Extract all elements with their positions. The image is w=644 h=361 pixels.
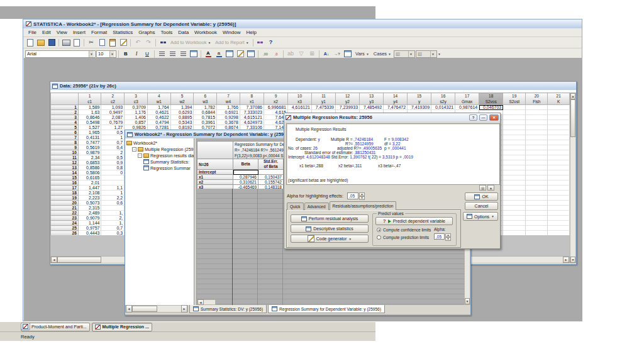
data-cell[interactable] [503, 196, 526, 201]
data-cell[interactable] [526, 201, 548, 206]
bold-button[interactable]: B [121, 50, 131, 58]
scroll-down-icon[interactable]: ▼ [570, 257, 575, 263]
column-header-Fish[interactable]: 20Fish [526, 93, 548, 105]
font-size-combo[interactable]: 10▼ [96, 50, 116, 58]
vars-button[interactable]: Vars▼ [353, 51, 371, 57]
print-button[interactable] [61, 38, 71, 47]
data-cell[interactable]: 6,996681 [264, 105, 287, 110]
data-cell[interactable] [548, 226, 570, 231]
data-cell[interactable]: 2,34 [78, 155, 101, 160]
add-to-workbook-button[interactable]: Add to Workbook▼ [169, 40, 213, 45]
cancel-button[interactable]: Cancel [465, 202, 498, 210]
data-cell[interactable]: 1,1 [101, 186, 125, 191]
column-header-w4[interactable]: 7w4 [217, 93, 240, 105]
alpha-highlight-spinner[interactable]: ▲▼ [359, 192, 365, 199]
data-cell[interactable] [526, 170, 548, 175]
menu-format[interactable]: Format [89, 30, 109, 35]
data-cell[interactable] [526, 110, 548, 115]
predictor-label[interactable]: Intercept [197, 170, 233, 175]
disabled-combo-2[interactable]: ▧▼ [416, 50, 437, 58]
data-cell[interactable]: 7,37086 [240, 105, 264, 110]
format-painter-button[interactable] [118, 38, 128, 47]
beta-header[interactable]: Beta [233, 159, 258, 170]
data-cell[interactable]: 0,6293 [170, 110, 194, 115]
stderr-header[interactable]: Std.Err.of Beta [258, 159, 284, 170]
vscroll-thumb[interactable] [570, 99, 575, 137]
data-cell[interactable] [503, 206, 526, 211]
copy-button[interactable] [97, 38, 107, 47]
data-cell[interactable] [526, 145, 548, 150]
row-header[interactable]: 4 [51, 120, 79, 125]
data-cell[interactable]: 1,27 [101, 125, 125, 130]
data-cell[interactable]: 0,6165 [78, 175, 101, 181]
scroll-left-icon[interactable]: ◄ [126, 305, 132, 313]
data-cell[interactable]: 1,447 [78, 186, 101, 191]
paste-button[interactable] [108, 38, 118, 47]
column-header-c2[interactable]: 2c2 [101, 93, 125, 105]
data-cell[interactable]: 0,5 [101, 130, 125, 135]
row-header[interactable]: 6 [51, 130, 79, 135]
row-header[interactable]: 8 [51, 140, 79, 145]
data-cell[interactable] [503, 135, 526, 140]
data-cell[interactable]: 0,5343 [170, 120, 194, 125]
cases-button[interactable]: Cases▼ [372, 51, 393, 57]
data-cell[interactable] [503, 221, 526, 226]
column-header-w2[interactable]: 5w2 [170, 93, 194, 105]
data-cell[interactable] [526, 140, 548, 145]
data-cell[interactable]: 0,3709 [125, 105, 148, 110]
minimize-button[interactable]: — [479, 114, 487, 121]
align-left-button[interactable] [157, 50, 167, 58]
hscroll-thumb[interactable] [132, 306, 157, 312]
column-header-c3[interactable]: 3c3 [125, 93, 148, 105]
menu-workbook[interactable]: Workbook [192, 30, 219, 35]
data-cell[interactable] [526, 181, 548, 186]
row-header[interactable]: 12 [51, 160, 79, 165]
column-header-y3[interactable]: 13y3 [360, 93, 384, 105]
increase-decimal-button[interactable]: ,00 [260, 50, 270, 58]
row-header[interactable]: 7 [51, 135, 79, 140]
data-cell[interactable] [503, 231, 526, 236]
data-cell[interactable]: 7,485492 [360, 105, 384, 110]
data-cell[interactable] [503, 201, 526, 206]
data-cell[interactable] [548, 196, 570, 201]
spell-check-button[interactable]: ab [286, 50, 296, 58]
data-cell[interactable] [548, 140, 570, 145]
help-button[interactable]: ? [469, 114, 477, 121]
data-cell[interactable]: 7,476472 [384, 105, 408, 110]
beta-cell[interactable]: 0,310621 [233, 180, 258, 185]
close-button[interactable]: ✕ [489, 114, 499, 121]
predict-dependent-button[interactable]: ?Predict dependent variable [375, 217, 453, 225]
font-color-button[interactable]: A [203, 50, 213, 58]
data-cell[interactable]: 0,8895 [170, 115, 194, 120]
row-header[interactable]: 13 [51, 165, 79, 170]
data-cell[interactable]: 0,9757 [78, 226, 101, 231]
stderr-cell[interactable]: 0,150437 [258, 175, 284, 180]
font-family-combo[interactable]: Arial▼ [25, 50, 96, 58]
stderr-cell[interactable]: 0,155742 [258, 180, 284, 185]
menu-statistics[interactable]: Statistics [110, 30, 135, 35]
alpha-field[interactable]: ,05 [434, 233, 445, 240]
options-button[interactable]: Options▼ [463, 212, 498, 221]
new-button[interactable] [25, 38, 35, 47]
row-header[interactable]: 21 [51, 206, 79, 211]
data-cell[interactable]: 0 [101, 170, 125, 175]
taskbar-button-0[interactable]: Product-Moment and Parti... [21, 323, 90, 331]
column-header-Gmax[interactable]: 17Gmax [455, 93, 479, 105]
dialog-tab-residuals-assumptions-prediction[interactable]: Residuals/assumptions/prediction [330, 201, 397, 210]
column-header-y1[interactable]: 11y1 [311, 93, 335, 105]
sheet-hscrollbar[interactable]: ◄ [197, 299, 216, 305]
data-cell[interactable]: 0,9298 [217, 115, 240, 120]
data-cell[interactable] [503, 160, 526, 165]
data-cell[interactable] [548, 206, 570, 211]
data-cell[interactable]: 1,764 [147, 105, 170, 110]
data-cell[interactable] [503, 145, 526, 150]
dialog-tab-quick[interactable]: Quick [287, 203, 304, 210]
column-header-y[interactable]: 15y [408, 93, 431, 105]
data-cell[interactable]: 0,4794 [147, 120, 170, 125]
data-cell[interactable]: 1,394 [170, 105, 194, 110]
menu-view[interactable]: View [54, 30, 70, 35]
data-cell[interactable] [503, 155, 526, 160]
data-cell[interactable] [526, 105, 548, 110]
cut-button[interactable]: ✂ [86, 38, 96, 47]
tree-item-multiple-regression-25956[interactable]: -Multiple Regression (25956 [125, 146, 194, 152]
